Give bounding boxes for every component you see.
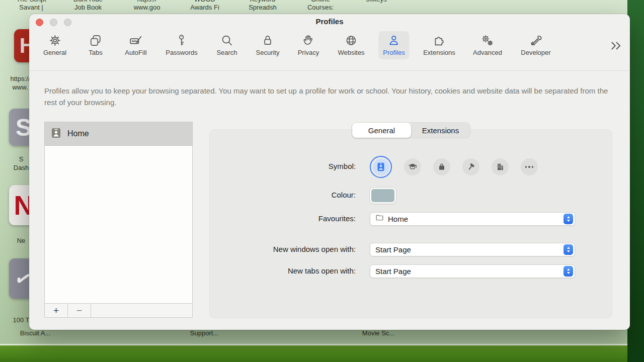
desktop-tile-label: Ne <box>17 236 26 245</box>
toolbar-overflow-button[interactable] <box>610 39 623 54</box>
profiles-list-toolbar: + − <box>45 303 192 317</box>
desktop-file-label[interactable]: WOODAwards Fi <box>190 0 219 12</box>
person-badge-icon <box>373 159 389 175</box>
dropdown-stepper[interactable] <box>564 266 573 277</box>
tab-tabs[interactable]: Tabs <box>84 31 107 59</box>
favourites-value: Home <box>388 215 408 223</box>
tab-search[interactable]: Search <box>212 31 242 59</box>
profile-list-item-home[interactable]: Home <box>45 122 192 146</box>
tab-general[interactable]: General <box>39 31 71 59</box>
globe-icon <box>344 34 358 47</box>
chevron-double-right-icon <box>610 45 623 54</box>
tab-passwords[interactable]: Passwords <box>161 31 202 59</box>
detail-tabs: General Extensions <box>352 123 470 138</box>
desktop-file-label[interactable]: Support... <box>190 329 218 337</box>
profiles-list: Home + − <box>44 122 193 318</box>
autofill-icon <box>129 34 142 47</box>
puzzle-icon <box>433 34 446 47</box>
remove-profile-button[interactable]: − <box>68 304 91 317</box>
desktop-file-label[interactable]: Dark RideJob Book <box>73 0 103 12</box>
person-icon <box>387 34 400 47</box>
symbol-option-person-badge-selected[interactable] <box>370 156 392 178</box>
symbol-picker <box>370 156 538 178</box>
colour-label: Colour: <box>210 191 356 199</box>
desktop-file-label[interactable]: KeywordSpreadsh <box>249 0 277 12</box>
symbol-option-briefcase[interactable] <box>433 158 450 175</box>
briefcase-icon <box>437 162 447 172</box>
key-icon <box>175 34 188 47</box>
profile-detail-panel: Symbol: Colour: <box>210 130 612 318</box>
profiles-description: Profiles allow you to keep your browsing… <box>44 85 616 108</box>
desktop-file-label[interactable]: Movie Sc... <box>362 329 394 337</box>
chevron-down-icon <box>567 250 570 252</box>
detail-tab-extensions[interactable]: Extensions <box>411 123 470 138</box>
search-icon <box>220 34 233 47</box>
lock-icon <box>261 34 275 47</box>
dropdown-stepper[interactable] <box>564 214 573 224</box>
desktop-file-label[interactable]: The ScriptSavant | <box>16 0 46 12</box>
tab-privacy[interactable]: Privacy <box>293 31 324 59</box>
desktop-bottom-strip <box>0 344 644 362</box>
detail-tab-general[interactable]: General <box>352 123 411 138</box>
tab-extensions[interactable]: Extensions <box>419 31 460 59</box>
favourites-label: Favourites: <box>210 214 356 223</box>
desktop-file-label[interactable]: https://www.goo <box>134 0 160 12</box>
hammer-icon <box>466 162 476 172</box>
desktop-tile-label: 100 T <box>13 316 29 324</box>
tab-profiles[interactable]: Profiles <box>378 31 409 59</box>
settings-toolbar: General Tabs AutoFill Passwords Search S… <box>29 31 630 66</box>
list-toolbar-spacer <box>91 304 192 317</box>
new-windows-value: Start Page <box>375 245 411 254</box>
symbol-option-more[interactable] <box>521 158 538 175</box>
chevron-down-icon <box>567 220 570 222</box>
profile-badge-icon <box>51 128 61 140</box>
chevron-down-icon <box>567 272 570 274</box>
chevron-up-icon <box>567 216 570 218</box>
add-profile-button[interactable]: + <box>45 304 68 317</box>
tabs-icon <box>89 34 103 47</box>
tools-icon <box>529 34 542 47</box>
hand-icon <box>302 34 315 47</box>
window-title: Profiles <box>29 17 630 26</box>
tab-advanced[interactable]: Advanced <box>468 31 507 59</box>
colour-well[interactable] <box>370 188 396 204</box>
gears-icon <box>480 34 494 47</box>
new-windows-dropdown[interactable]: Start Page <box>370 243 575 256</box>
toolbar-divider <box>29 70 630 71</box>
new-tabs-value: Start Page <box>375 267 411 276</box>
graduation-cap-icon <box>408 162 418 172</box>
symbol-label: Symbol: <box>210 162 356 170</box>
desktop-file-label[interactable]: 50keys <box>366 0 386 4</box>
desktop-tile-label: SDash <box>14 155 29 172</box>
ellipsis-icon <box>525 166 534 168</box>
gear-icon <box>48 34 62 47</box>
desktop-file-label[interactable]: OnlineCourses: <box>307 0 334 12</box>
new-tabs-label: New tabs open with: <box>210 266 356 275</box>
symbol-option-graduation-cap[interactable] <box>404 158 421 175</box>
symbol-option-building[interactable] <box>492 158 509 175</box>
tab-developer[interactable]: Developer <box>516 31 555 59</box>
building-icon <box>495 162 505 172</box>
symbol-option-hammer[interactable] <box>462 158 479 175</box>
tab-websites[interactable]: Websites <box>333 31 369 59</box>
chevron-up-icon <box>567 268 570 270</box>
desktop-tile-label: https://www. <box>10 74 30 92</box>
profile-name: Home <box>67 129 89 138</box>
safari-settings-window: Profiles General Tabs AutoFill Passwords… <box>29 14 630 330</box>
dropdown-stepper[interactable] <box>564 244 573 255</box>
chevron-up-icon <box>567 247 570 249</box>
favourites-dropdown[interactable]: Home <box>370 212 575 226</box>
tab-security[interactable]: Security <box>252 31 284 59</box>
tab-autofill[interactable]: AutoFill <box>120 31 151 59</box>
new-tabs-dropdown[interactable]: Start Page <box>370 264 575 278</box>
desktop-file-label[interactable]: Biscuit A... <box>20 329 51 337</box>
new-windows-label: New windows open with: <box>210 245 356 253</box>
folder-icon <box>375 214 384 224</box>
